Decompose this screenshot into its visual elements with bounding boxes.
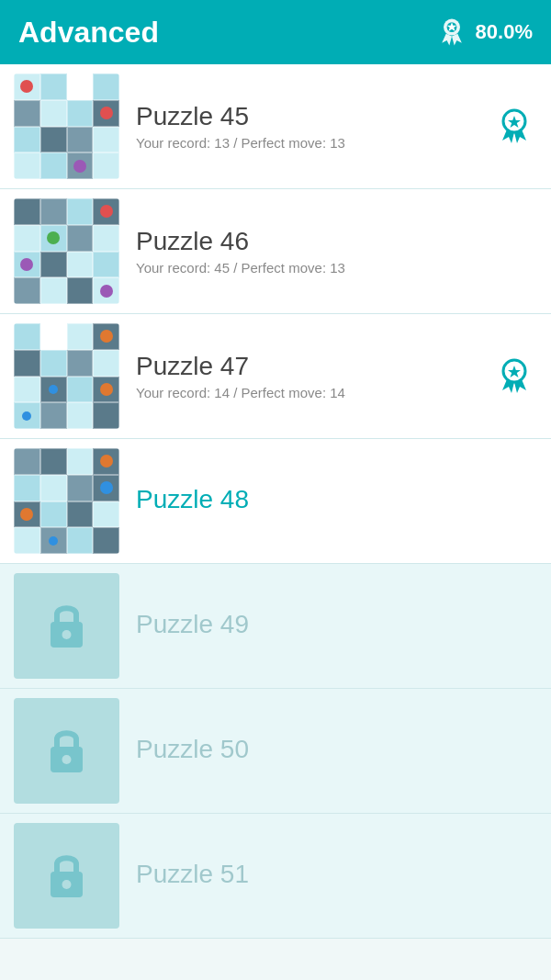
puzzle-item-48[interactable]: Puzzle 48: [0, 439, 551, 564]
score-value: 80.0%: [476, 20, 533, 44]
puzzle-thumbnail-48: [14, 448, 119, 554]
completed-badge-47: [494, 356, 534, 397]
score-display: 80.0%: [435, 16, 533, 49]
lock-icon-49: [37, 594, 96, 658]
svg-point-12: [62, 880, 72, 889]
svg-marker-4: [508, 116, 521, 128]
completed-badge-45: [494, 107, 534, 147]
puzzle-thumbnail-49: [14, 573, 119, 679]
puzzle-thumbnail-50: [14, 698, 119, 804]
puzzle-item-47[interactable]: Puzzle 47 Your record: 14 / Perfect move…: [0, 314, 551, 439]
puzzle-name-47: Puzzle 47: [136, 352, 475, 381]
puzzle-list: Puzzle 45 Your record: 13 / Perfect move…: [0, 64, 551, 939]
svg-point-8: [62, 630, 72, 639]
puzzle-info-49: Puzzle 49: [136, 610, 475, 643]
puzzle-thumbnail-47: [14, 323, 119, 429]
puzzle-record-47: Your record: 14 / Perfect move: 14: [136, 385, 475, 400]
puzzle-info-51: Puzzle 51: [136, 860, 475, 893]
puzzle-name-45: Puzzle 45: [136, 102, 475, 131]
page-title: Advanced: [18, 16, 159, 50]
puzzle-name-50: Puzzle 50: [136, 735, 475, 764]
puzzle-record-46: Your record: 45 / Perfect move: 13: [136, 260, 475, 276]
puzzle-info-48: Puzzle 48: [136, 485, 475, 518]
puzzle-name-51: Puzzle 51: [136, 860, 475, 889]
puzzle-record-45: Your record: 13 / Perfect move: 13: [136, 135, 475, 151]
puzzle-info-46: Puzzle 46 Your record: 45 / Perfect move…: [136, 227, 475, 276]
puzzle-item-50: Puzzle 50: [0, 689, 551, 814]
badge-area-47: [491, 356, 537, 397]
lock-icon-50: [37, 719, 96, 783]
puzzle-item-46[interactable]: Puzzle 46 Your record: 45 / Perfect move…: [0, 189, 551, 314]
puzzle-info-45: Puzzle 45 Your record: 13 / Perfect move…: [136, 102, 475, 151]
lock-icon-51: [37, 844, 96, 907]
puzzle-info-47: Puzzle 47 Your record: 14 / Perfect move…: [136, 352, 475, 400]
puzzle-thumbnail-45: [14, 73, 119, 179]
puzzle-name-48: Puzzle 48: [136, 485, 475, 514]
puzzle-info-50: Puzzle 50: [136, 735, 475, 768]
puzzle-thumbnail-51: [14, 823, 119, 929]
puzzle-item-51: Puzzle 51: [0, 814, 551, 939]
badge-area-45: [491, 107, 537, 147]
svg-marker-6: [508, 366, 521, 377]
puzzle-thumbnail-46: [14, 198, 119, 304]
award-icon: [435, 16, 468, 49]
puzzle-name-46: Puzzle 46: [136, 227, 475, 256]
puzzle-item-45[interactable]: Puzzle 45 Your record: 13 / Perfect move…: [0, 64, 551, 189]
puzzle-item-49: Puzzle 49: [0, 564, 551, 689]
puzzle-name-49: Puzzle 49: [136, 610, 475, 639]
svg-point-10: [62, 755, 72, 764]
app-header: Advanced 80.0%: [0, 0, 551, 64]
